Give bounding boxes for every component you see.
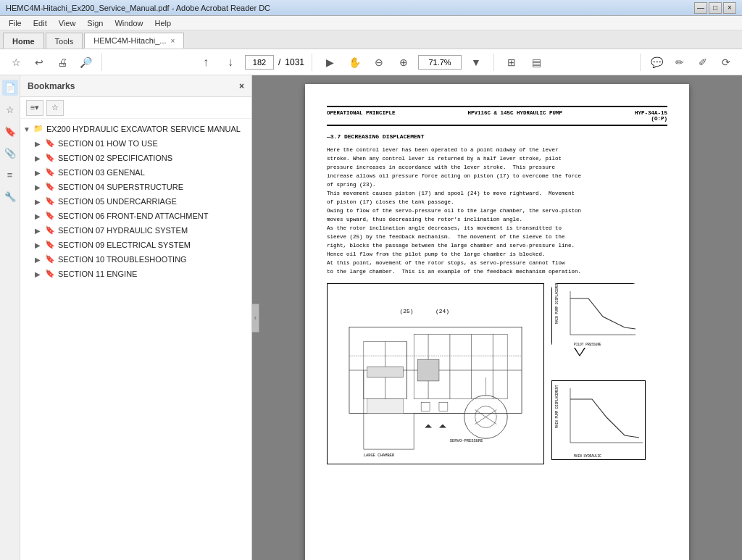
bm-sec07-toggle[interactable]: ▶ — [35, 227, 45, 235]
share-button[interactable]: ⟳ — [716, 52, 736, 72]
two-page-button[interactable]: ▤ — [526, 52, 546, 72]
bm-section-05[interactable]: ▶ 🔖 SECTION 05 UNDERCARRIAGE — [20, 194, 251, 209]
zoom-dropdown-button[interactable]: ▼ — [466, 52, 486, 72]
svg-text:LARGE CHAMBER: LARGE CHAMBER — [364, 453, 395, 458]
minimize-button[interactable]: — — [694, 2, 707, 14]
page-down-button[interactable]: ↓ — [220, 52, 241, 72]
menu-help[interactable]: Help — [149, 17, 178, 29]
comment-button[interactable]: 💬 — [646, 52, 667, 72]
bookmarks-panel-button[interactable]: 📄 — [2, 80, 18, 96]
bm-section-07[interactable]: ▶ 🔖 SECTION 07 HYDRAULIC SYSTEM — [20, 223, 251, 238]
pdf-graph-box-2: MAIN PUMP DISPLACEMENT MAIN HYDRAULIC PR… — [551, 380, 646, 460]
tab-document[interactable]: HEMC4M-Hitachi_... × — [84, 33, 184, 49]
zoom-in-button[interactable]: ⊕ — [393, 52, 414, 72]
page-up-button[interactable]: ↑ — [196, 52, 216, 72]
menu-window[interactable]: Window — [109, 17, 149, 29]
pdf-header-right: HYP-34A-15(O:P) — [635, 110, 667, 122]
pdf-graph-bubble: MAIN PUMP DISPLACEMENT PILOT PRESSURE — [551, 283, 638, 348]
title-bar: HEMC4M-Hitachi_Ex200_Service_Manual.pdf … — [0, 0, 742, 16]
title-bar-controls: — □ × — [694, 2, 736, 14]
cursor-tool-button[interactable]: ▶ — [320, 52, 340, 72]
zoom-out-button[interactable]: ⊖ — [369, 52, 389, 72]
content-panel-button[interactable]: ≡ — [2, 167, 18, 183]
nav-back-button[interactable]: ↩ — [29, 52, 49, 72]
sidebar-collapse-handle[interactable]: ‹ — [252, 304, 259, 333]
maximize-button[interactable]: □ — [709, 2, 722, 14]
speech-bubble-tail-inner — [575, 347, 585, 355]
print-button[interactable]: 🖨 — [52, 52, 72, 72]
bm-sec02-icon: 🔖 — [45, 153, 55, 163]
menu-sign[interactable]: Sign — [81, 17, 109, 29]
pdf-viewer-area[interactable]: ‹ OPERATIONAL PRINCIPLE HPV116C & 145C H… — [252, 75, 742, 560]
bm-sec01-label: SECTION 01 HOW TO USE — [58, 139, 158, 148]
bm-sec11-toggle[interactable]: ▶ — [35, 270, 45, 278]
svg-rect-37 — [552, 381, 646, 460]
attachments-panel-button[interactable]: 📎 — [2, 145, 18, 161]
bm-section-09[interactable]: ▶ 🔖 SECTION 09 ELECTRICAL SYSTEM — [20, 238, 251, 252]
tab-tools-label: Tools — [55, 37, 74, 46]
bm-root-toggle[interactable]: ▼ — [23, 125, 33, 133]
main-area: 📄 ☆ 🔖 📎 ≡ 🔧 Bookmarks × ≡▾ ☆ ▼ 📁 EX200 H… — [0, 75, 742, 560]
bm-sec05-toggle[interactable]: ▶ — [35, 198, 45, 206]
hand-tool-button[interactable]: ✋ — [344, 52, 364, 72]
page-separator: / — [278, 57, 280, 67]
bm-section-03[interactable]: ▶ 🔖 SECTION 03 GENENAL — [20, 165, 251, 180]
bm-section-06[interactable]: ▶ 🔖 SECTION 06 FRONT-END ATTACHMENT — [20, 209, 251, 223]
annotate-button[interactable]: ✏ — [670, 52, 690, 72]
tools-panel-button[interactable]: 🔧 — [2, 188, 18, 204]
draw-button[interactable]: ✐ — [693, 52, 713, 72]
menu-edit[interactable]: Edit — [28, 17, 53, 29]
bm-sec11-label: SECTION 11 ENGINE — [58, 269, 137, 278]
bm-sec09-toggle[interactable]: ▶ — [35, 241, 45, 249]
bm-root-item[interactable]: ▼ 📁 EX200 HYDRAULIC EXCAVATOR SERVICE MA… — [20, 122, 251, 136]
pdf-page: OPERATIONAL PRINCIPLE HPV116C & 145C HYD… — [305, 84, 689, 560]
bm-sec03-icon: 🔖 — [45, 167, 55, 177]
nav-prev-button[interactable]: ☆ — [6, 52, 26, 72]
tab-document-label: HEMC4M-Hitachi_... — [93, 36, 166, 45]
bm-sec09-label: SECTION 09 ELECTRICAL SYSTEM — [58, 241, 191, 249]
zoom-level-input[interactable] — [418, 55, 462, 70]
bm-sec01-toggle[interactable]: ▶ — [35, 140, 45, 148]
svg-text:(24): (24) — [435, 308, 449, 314]
bm-section-11[interactable]: ▶ 🔖 SECTION 11 ENGINE — [20, 267, 251, 281]
page-number-input[interactable] — [245, 55, 274, 70]
bm-section-02[interactable]: ▶ 🔖 SECTION 02 SPECIFICATIONS — [20, 151, 251, 165]
pdf-header-left: OPERATIONAL PRINCIPLE — [327, 110, 396, 122]
bm-sec04-toggle[interactable]: ▶ — [35, 183, 45, 191]
pdf-main-diagram: (24) (25) — [327, 283, 544, 464]
bm-section-10[interactable]: ▶ 🔖 SECTION 10 TROUBLESHOOTING — [20, 252, 251, 267]
bm-sec02-toggle[interactable]: ▶ — [35, 154, 45, 162]
bm-sec06-toggle[interactable]: ▶ — [35, 212, 45, 220]
bm-sec10-toggle[interactable]: ▶ — [35, 256, 45, 264]
layers-panel-button[interactable]: ☆ — [2, 101, 18, 117]
bookmark-add-button[interactable]: ☆ — [46, 100, 64, 116]
bm-sec03-toggle[interactable]: ▶ — [35, 169, 45, 177]
tab-home[interactable]: Home — [3, 33, 44, 49]
svg-text:MAIN HYDRAULIC: MAIN HYDRAULIC — [574, 454, 601, 458]
pdf-section-title-text: 3.7 DECREASING DISPLACEMENT — [330, 133, 425, 140]
tab-tools[interactable]: Tools — [46, 33, 83, 49]
pdf-side-diagrams: MAIN PUMP DISPLACEMENT PILOT PRESSURE — [551, 283, 646, 460]
title-bar-text: HEMC4M-Hitachi_Ex200_Service_Manual.pdf … — [6, 4, 694, 12]
close-button[interactable]: × — [723, 2, 736, 14]
pages-panel-button[interactable]: 🔖 — [2, 123, 18, 139]
tab-close-button[interactable]: × — [171, 37, 175, 45]
menu-view[interactable]: View — [53, 17, 82, 29]
bm-section-04[interactable]: ▶ 🔖 SECTION 04 SUPERSTRUCTURE — [20, 180, 251, 194]
svg-rect-23 — [367, 399, 404, 414]
pdf-section-title: 3.7 DECREASING DISPLACEMENT — [327, 133, 667, 140]
bm-sec03-label: SECTION 03 GENENAL — [58, 168, 145, 177]
bm-sec06-icon: 🔖 — [45, 211, 55, 221]
menu-bar: File Edit View Sign Window Help — [0, 16, 742, 30]
toolbar-separator-2 — [312, 54, 312, 71]
tab-bar: Home Tools HEMC4M-Hitachi_... × — [0, 30, 742, 49]
menu-file[interactable]: File — [3, 17, 28, 29]
bm-sec04-label: SECTION 04 SUPERSTRUCTURE — [58, 183, 183, 191]
bm-section-01[interactable]: ▶ 🔖 SECTION 01 HOW TO USE — [20, 136, 251, 151]
sidebar-close-button[interactable]: × — [239, 81, 244, 91]
fit-page-button[interactable]: ⊞ — [501, 52, 522, 72]
zoom-tool-button[interactable]: 🔎 — [75, 52, 96, 72]
svg-text:SERVO-PRESSURE: SERVO-PRESSURE — [450, 438, 483, 443]
svg-text:MAIN PUMP DISPLACEMENT: MAIN PUMP DISPLACEMENT — [555, 284, 559, 324]
bookmark-options-button[interactable]: ≡▾ — [26, 100, 43, 116]
